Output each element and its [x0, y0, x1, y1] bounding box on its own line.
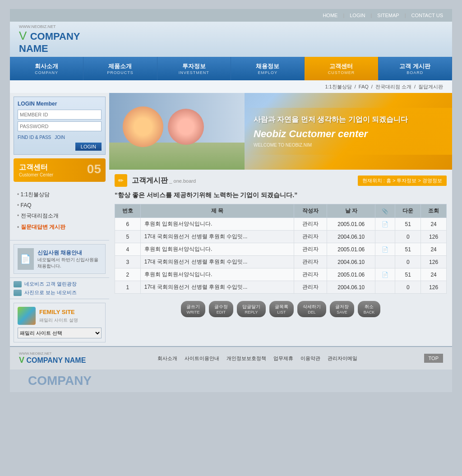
header: WWW.NEOBIZ.NET V COMPANY NAME: [10, 22, 452, 57]
cell-title[interactable]: 후원회 입회원서양식입니다.: [140, 268, 294, 281]
cell-author: 관리자: [294, 218, 327, 231]
banner-text: 신입사원 채용안내 네오빌에서 하반기 신입사원을 채용합니다.: [37, 249, 102, 269]
action-btn-write[interactable]: 글쓰기WRITE: [181, 301, 205, 317]
find-id-pass-link[interactable]: FIND ID & PASS: [18, 135, 51, 140]
top-button[interactable]: TOP: [424, 354, 443, 363]
cell-title[interactable]: 17대 국회의원선거 선병렬 후원회 수입밋...: [140, 281, 294, 294]
cc-number: 05: [87, 162, 101, 176]
table-row[interactable]: 4 후원회 입회원서양식입니다. 관리자 2005.01.06 📄 51 24: [115, 243, 447, 256]
footer-logo-name: V COMPANY NAME: [19, 356, 91, 365]
cell-author: 관리자: [294, 281, 327, 294]
nav-products[interactable]: 제품소개 PRODUCTS: [83, 57, 157, 80]
footer-link-5[interactable]: 관리자이메일: [328, 355, 357, 362]
nav-employ[interactable]: 채용정보 EMPLOY: [231, 57, 305, 80]
cell-title[interactable]: 17대 국회의원선거 선병렬 후원회 수입밋...: [140, 256, 294, 268]
action-btn-back[interactable]: 취소BACK: [358, 301, 380, 317]
family-site-select[interactable]: 패밀리 사이트 선택: [18, 328, 102, 338]
cell-date: 2005.01.06: [327, 218, 375, 231]
home-link[interactable]: HOME: [323, 13, 337, 18]
breadcrumb: 1:1친불상담 / FAQ / 전국대리점 소개 / 질답게시판: [10, 80, 452, 93]
sidebar-menu: 1:1친불상담 FAQ 전국대리점소개 질문대답변 게시판: [14, 185, 106, 236]
family-site-box: FEMILY SITE 패밀리 사이트 설명 패밀리 사이트 선택: [14, 303, 106, 342]
col-down: 다운: [395, 204, 421, 218]
action-btn-edit[interactable]: 글수정EDIT: [209, 301, 233, 317]
action-btn-reply[interactable]: 답글달기REPLY: [237, 301, 266, 317]
hero-sub-text: WELCOME TO NEOBIZ.NIM: [254, 143, 443, 148]
location-bar: 현재위치 : 홈 > 투자정보 > 경영정보: [358, 176, 447, 186]
footer-link-4[interactable]: 이용약관: [300, 355, 320, 362]
cell-author: 관리자: [294, 256, 327, 268]
logo-sub: WWW.NEOBIZ.NET: [19, 24, 105, 29]
col-title: 제 목: [140, 204, 294, 218]
board-title: 고객게시판 _ one.board: [132, 176, 196, 185]
cell-down: 0: [395, 231, 421, 243]
cell-down: 51: [395, 218, 421, 231]
family-site-icon: [18, 307, 36, 325]
cell-down: 0: [395, 256, 421, 268]
table-row[interactable]: 2 후원회 입회원서양식입니다. 관리자 2005.01.06 📄 51 24: [115, 268, 447, 281]
neobiz-photo-link[interactable]: 사진으로 보는 네오비즈: [14, 289, 106, 296]
main-nav: 회사소개 COMPANY 제품소개 PRODUCTS 투자정보 INVESTME…: [10, 57, 452, 80]
board-quote: 항상 좋은 서비스를 제공하기위해 노력하는 기업이 되겠습니다.: [115, 191, 447, 199]
cell-title[interactable]: 후원회 입회원서양식입니다.: [140, 243, 294, 256]
sidebar-item-faq[interactable]: FAQ: [14, 200, 106, 210]
cell-views: 126: [421, 256, 447, 268]
right-content: 사람과 자연을 먼저 생각하는 기업이 되겠습니다 Neobiz Cuctome…: [109, 93, 452, 346]
cell-date: 2005.01.06: [327, 243, 375, 256]
login-links: FIND ID & PASS JOIN: [18, 135, 102, 140]
nav-company[interactable]: 회사소개 COMPANY: [10, 57, 83, 80]
join-link[interactable]: JOIN: [55, 135, 65, 140]
footer-link-2[interactable]: 개인정보보호정책: [226, 355, 266, 362]
board-title-kr: 고객게시판: [132, 176, 168, 184]
sitemap-link[interactable]: SITEMAP: [377, 13, 399, 18]
hero-banner: 사람과 자연을 먼저 생각하는 기업이 되겠습니다 Neobiz Cuctome…: [109, 93, 452, 170]
footer: WWW.NEOBIZ.NET V COMPANY NAME 회사소개사이트이용안…: [10, 346, 452, 370]
cell-no: 4: [115, 243, 141, 256]
main-content: LOGIN Member FIND ID & PASS JOIN LOGIN 고…: [10, 93, 452, 346]
divider-2: [10, 277, 109, 278]
footer-logo-sub: WWW.NEOBIZ.NET: [19, 351, 91, 356]
board-icon: ✏: [115, 174, 127, 187]
table-row[interactable]: 6 후원회 입회원서양식입니다. 관리자 2005.01.06 📄 51 24: [115, 218, 447, 231]
login-button[interactable]: LOGIN: [75, 143, 102, 151]
board-section: ✏ 고객게시판 _ one.board 현재위치 : 홈 > 투자정보 > 경영…: [109, 170, 452, 329]
cell-date: 2004.06.10: [327, 231, 375, 243]
sidebar: LOGIN Member FIND ID & PASS JOIN LOGIN 고…: [10, 93, 109, 346]
cell-title[interactable]: 후원회 입회원서양식입니다.: [140, 218, 294, 231]
action-btn-list[interactable]: 글목록LIST: [269, 301, 294, 317]
action-btn-save[interactable]: 글저장SAVE: [330, 301, 354, 317]
board-header: ✏ 고객게시판 _ one.board 현재위치 : 홈 > 투자정보 > 경영…: [115, 174, 447, 187]
book-icon: [14, 281, 22, 287]
col-author: 작성자: [294, 204, 327, 218]
table-row[interactable]: 1 17대 국회의원선거 선병렬 후원회 수입밋... 관리자 2004.06.…: [115, 281, 447, 294]
member-id-input[interactable]: [18, 110, 102, 120]
child-face-1: [123, 106, 163, 147]
password-input[interactable]: [18, 121, 102, 131]
col-date: 날 자: [327, 204, 375, 218]
contact-link[interactable]: CONTACT US: [411, 13, 444, 18]
cell-views: 126: [421, 281, 447, 294]
photo-icon: [14, 290, 22, 296]
footer-link-1[interactable]: 사이트이용안내: [185, 355, 219, 362]
logo-name: COMPANY NAME: [19, 31, 80, 54]
bottom-bar: COMPANY: [10, 370, 452, 392]
table-row[interactable]: 3 17대 국회의원선거 선병렬 후원회 수입밋... 관리자 2004.06.…: [115, 256, 447, 268]
cell-author: 관리자: [294, 268, 327, 281]
nav-board[interactable]: 고객 게시판 BOARD: [379, 57, 452, 80]
login-link[interactable]: LOGIN: [350, 13, 365, 18]
family-site-sub: 패밀리 사이트 설명: [39, 317, 78, 323]
sidebar-item-1to1[interactable]: 1:1친불상담: [14, 189, 106, 200]
cell-title[interactable]: 17대 국회의원선거 선병렬 후원회 수입밋...: [140, 231, 294, 243]
footer-link-3[interactable]: 업무제휴: [273, 355, 293, 362]
logo-area: WWW.NEOBIZ.NET V COMPANY NAME: [14, 24, 105, 55]
nav-investment[interactable]: 투자정보 INVESTMENT: [157, 57, 231, 80]
neobiz-customer-link[interactable]: 네오비즈 고객 열린광장: [14, 281, 106, 287]
action-btn-del[interactable]: 삭세하기DEL: [297, 301, 326, 317]
table-row[interactable]: 5 17대 국회의원선거 선병렬 후원회 수입밋... 관리자 2004.06.…: [115, 231, 447, 243]
sidebar-item-dealers[interactable]: 전국대리점소개: [14, 210, 106, 222]
sidebar-item-qna[interactable]: 질문대답변 게시판: [14, 222, 106, 233]
cell-views: 24: [421, 243, 447, 256]
nav-customer[interactable]: 고객센터 CUSTOMER: [305, 57, 378, 80]
divider-3: [10, 299, 109, 299]
footer-link-0[interactable]: 회사소개: [157, 355, 177, 362]
